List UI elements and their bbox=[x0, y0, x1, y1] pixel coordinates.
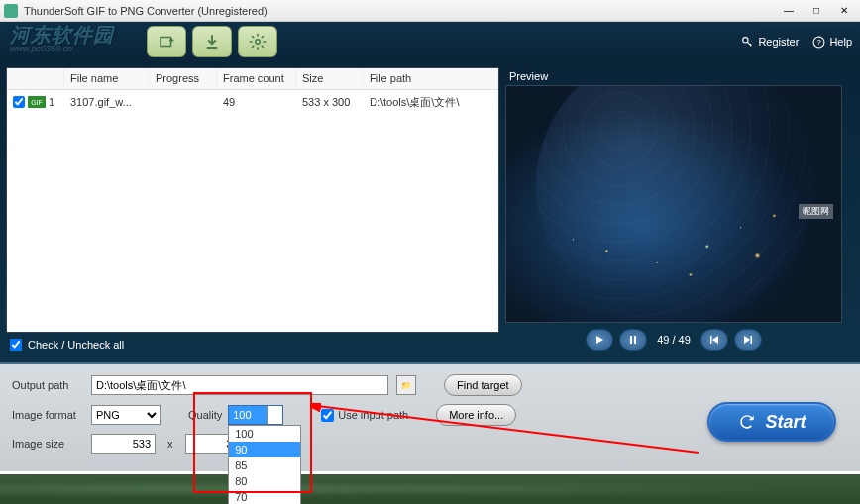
maximize-button[interactable]: □ bbox=[805, 3, 828, 19]
svg-rect-7 bbox=[710, 336, 712, 344]
th-size[interactable]: Size bbox=[296, 68, 364, 89]
row-checkbox[interactable] bbox=[13, 96, 25, 108]
svg-point-1 bbox=[256, 40, 261, 45]
quality-label: Quality bbox=[188, 409, 222, 421]
gif-icon: GIF bbox=[28, 96, 46, 108]
chevron-down-icon: ⌄ bbox=[267, 406, 282, 424]
start-label: Start bbox=[765, 412, 806, 433]
row-framecount: 49 bbox=[217, 96, 296, 108]
more-info-button[interactable]: More info... bbox=[436, 404, 516, 426]
toolbar: 河东软件园 www.pc0359.cn Register ? Help bbox=[0, 22, 860, 61]
watermark-url: www.pc0359.cn bbox=[10, 44, 72, 53]
frame-counter: 49 / 49 bbox=[657, 334, 691, 346]
check-all-row: Check / Uncheck all bbox=[6, 333, 499, 356]
svg-rect-8 bbox=[750, 336, 752, 344]
browse-button[interactable]: 📁 bbox=[396, 375, 416, 395]
th-checkbox bbox=[7, 68, 64, 89]
titlebar: ThunderSoft GIF to PNG Converter (Unregi… bbox=[0, 0, 860, 22]
image-format-label: Image format bbox=[12, 409, 83, 421]
quality-value: 100 bbox=[229, 409, 267, 421]
th-framecount[interactable]: Frame count bbox=[217, 68, 296, 89]
next-icon bbox=[743, 335, 753, 345]
quality-dropdown: 100 90 85 80 70 60 bbox=[228, 425, 301, 504]
quality-option-80[interactable]: 80 bbox=[229, 473, 300, 489]
pause-icon bbox=[628, 335, 638, 345]
table-row[interactable]: GIF 1 3107.gif_w... 49 533 x 300 D:\tool… bbox=[7, 90, 498, 114]
add-file-button[interactable] bbox=[147, 26, 186, 57]
preview-watermark: 昵图网 bbox=[799, 204, 833, 219]
row-filepath: D:\tools\桌面\文件\ bbox=[364, 95, 498, 110]
plus-icon bbox=[158, 33, 175, 50]
th-filename[interactable]: File name bbox=[64, 68, 150, 89]
start-button[interactable]: Start bbox=[707, 402, 836, 442]
prev-frame-button[interactable] bbox=[700, 329, 728, 351]
th-progress[interactable]: Progress bbox=[150, 68, 217, 89]
player-controls: 49 / 49 bbox=[505, 323, 842, 356]
quality-option-100[interactable]: 100 bbox=[229, 426, 300, 442]
play-icon bbox=[594, 335, 604, 345]
preview-label: Preview bbox=[505, 67, 842, 85]
pause-button[interactable] bbox=[619, 329, 647, 351]
size-separator: x bbox=[167, 438, 173, 450]
minimize-button[interactable]: — bbox=[777, 3, 801, 19]
prev-icon bbox=[709, 335, 719, 345]
help-link[interactable]: ? Help bbox=[812, 36, 852, 49]
svg-text:?: ? bbox=[817, 38, 821, 47]
register-link[interactable]: Register bbox=[741, 36, 799, 49]
quality-select[interactable]: 100 ⌄ bbox=[228, 405, 283, 425]
output-path-label: Output path bbox=[12, 379, 83, 391]
find-target-button[interactable]: Find target bbox=[444, 374, 522, 396]
row-filename: 3107.gif_w... bbox=[64, 96, 150, 108]
image-format-select[interactable]: PNG bbox=[91, 405, 161, 425]
help-label: Help bbox=[829, 36, 852, 48]
th-filepath[interactable]: File path bbox=[364, 68, 498, 89]
register-label: Register bbox=[758, 36, 799, 48]
svg-rect-0 bbox=[161, 38, 171, 47]
image-size-label: Image size bbox=[12, 438, 83, 450]
quality-option-90[interactable]: 90 bbox=[229, 442, 300, 457]
use-input-path-checkbox[interactable]: Use input path bbox=[321, 409, 408, 422]
output-path-input[interactable] bbox=[91, 375, 388, 395]
svg-rect-6 bbox=[634, 336, 636, 344]
check-all-checkbox[interactable] bbox=[10, 339, 22, 351]
key-icon bbox=[741, 36, 754, 49]
next-frame-button[interactable] bbox=[734, 329, 762, 351]
play-button[interactable] bbox=[586, 329, 613, 351]
row-size: 533 x 300 bbox=[296, 96, 364, 108]
gear-icon bbox=[249, 33, 267, 50]
check-all-label: Check / Uncheck all bbox=[28, 339, 124, 351]
refresh-icon bbox=[737, 412, 757, 432]
close-button[interactable]: ✕ bbox=[832, 3, 856, 19]
preview-area: 昵图网 bbox=[505, 85, 842, 323]
row-index: 1 bbox=[49, 96, 54, 108]
file-table: File name Progress Frame count Size File… bbox=[6, 67, 499, 333]
app-icon bbox=[4, 4, 18, 18]
image-width-input[interactable] bbox=[91, 434, 156, 454]
download-icon bbox=[203, 33, 221, 50]
svg-rect-5 bbox=[630, 336, 632, 344]
table-header: File name Progress Frame count Size File… bbox=[7, 68, 498, 90]
quality-option-70[interactable]: 70 bbox=[229, 489, 300, 504]
window-title: ThunderSoft GIF to PNG Converter (Unregi… bbox=[24, 5, 777, 17]
settings-button[interactable] bbox=[238, 26, 277, 57]
help-icon: ? bbox=[812, 36, 825, 49]
settings-panel: Output path 📁 Find target Image format P… bbox=[0, 362, 860, 471]
footer-background bbox=[0, 474, 860, 504]
use-input-path-label: Use input path bbox=[338, 409, 408, 421]
quality-option-85[interactable]: 85 bbox=[229, 457, 300, 473]
download-button[interactable] bbox=[192, 26, 232, 57]
